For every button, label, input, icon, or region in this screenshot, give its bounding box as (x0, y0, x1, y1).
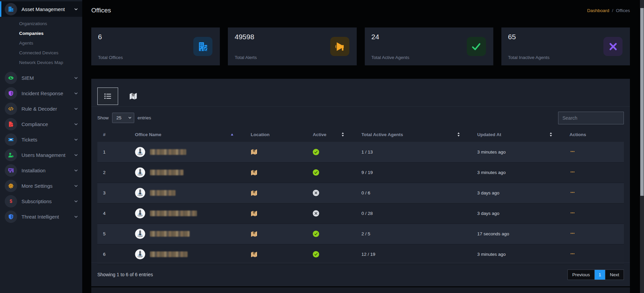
sidebar-item-label: More Settings (21, 183, 69, 189)
row-actions-button[interactable] (569, 251, 576, 257)
sidebar-item-installation[interactable]: Installation (0, 163, 82, 178)
sidebar-item-label: Threat Intelligent (21, 214, 69, 220)
row-actions-button[interactable] (569, 210, 576, 216)
column-header-office-name[interactable]: Office Name (129, 129, 245, 142)
sidebar-item-label: Compliance (21, 121, 69, 127)
sidebar-subitem-organizations[interactable]: Organizations (19, 19, 82, 28)
updated-at: 3 minutes ago (472, 142, 564, 162)
page-1-button[interactable]: 1 (595, 270, 605, 280)
page-size-select[interactable]: 25 (112, 113, 134, 123)
icon-circle (5, 3, 17, 15)
sort-icon (341, 132, 344, 137)
column-header-active[interactable]: Active (307, 129, 356, 142)
sidebar-item-label: SIEM (21, 75, 69, 81)
sidebar-subitem-connected-devices[interactable]: Connected Devices (19, 48, 82, 58)
shield-icon (8, 214, 14, 220)
stat-icon-box (330, 37, 349, 56)
chevron-down-icon (74, 7, 78, 11)
stat-icon-box (467, 37, 486, 56)
sidebar-subitem-agents[interactable]: Agents (19, 38, 82, 48)
next-page-button[interactable]: Next (605, 270, 624, 280)
map-location-icon[interactable] (251, 169, 307, 176)
column-header-actions[interactable]: Actions (564, 129, 624, 142)
monitor-icon (8, 168, 14, 173)
icon-circle: $ (5, 195, 17, 208)
sidebar-item-threat-intelligent[interactable]: Threat Intelligent (0, 209, 82, 224)
location-cell (245, 142, 307, 162)
office-name-redacted (150, 211, 197, 216)
sidebar-item-incident-response[interactable]: Incident Response (0, 85, 82, 101)
sidebar-item-label: Users Management (21, 152, 69, 158)
row-actions-button[interactable] (569, 169, 576, 175)
active-agents-count: 1 / 13 (356, 142, 472, 162)
row-number: 4 (97, 203, 129, 224)
search-input[interactable] (558, 112, 624, 124)
app-window: Asset ManagementOrganizationsCompaniesAg… (0, 0, 644, 293)
scrollbar-thumb[interactable] (640, 8, 644, 196)
active-check-icon (313, 149, 319, 155)
sidebar-item-users-management[interactable]: Users Management (0, 147, 82, 163)
chevron-down-icon (74, 107, 78, 111)
sidebar-item-rule-decoder[interactable]: Rule & Decoder (0, 101, 82, 116)
icon-circle (5, 133, 17, 146)
sidebar-item-label: Asset Management (21, 6, 69, 12)
office-name-redacted (150, 149, 186, 155)
location-cell (245, 162, 307, 183)
chevron-down-icon (74, 215, 78, 219)
updated-at: 3 days ago (472, 203, 564, 224)
svg-text:COMPANY: COMPANY (138, 174, 143, 176)
map-location-icon[interactable] (251, 231, 307, 237)
row-actions-button[interactable] (569, 149, 576, 155)
sidebar-item-siem[interactable]: SIEM (0, 70, 82, 85)
sidebar-subitem-companies[interactable]: Companies (19, 28, 82, 38)
svg-text:COMPANY: COMPANY (138, 256, 143, 257)
map-view-button[interactable] (123, 87, 144, 105)
office-name-cell: COMPANY (129, 203, 245, 224)
user-gear-icon (8, 152, 14, 158)
row-actions-button[interactable] (569, 189, 576, 195)
stat-label: Total Inactive Agents (508, 55, 550, 60)
sidebar-item-subscriptions[interactable]: $Subscriptions (0, 193, 82, 209)
column-header-updated-at[interactable]: Updated At (472, 129, 564, 142)
actions-cell (564, 183, 624, 203)
active-status-cell (307, 203, 356, 224)
row-number: 5 (97, 224, 129, 244)
file-shield-icon (8, 121, 14, 127)
sidebar-item-tickets[interactable]: Tickets (0, 132, 82, 147)
scrollbar-track[interactable] (640, 0, 644, 293)
sidebar-item-asset-management[interactable]: Asset Management (0, 1, 82, 17)
actions-cell (564, 224, 624, 244)
sidebar: Asset ManagementOrganizationsCompaniesAg… (0, 0, 82, 293)
map-location-icon[interactable] (251, 149, 307, 155)
stats-row: 6Total Offices49598Total Alerts24Total A… (91, 27, 630, 65)
location-cell (245, 224, 307, 244)
column-header-[interactable]: # (97, 129, 129, 142)
row-number: 2 (97, 162, 129, 183)
row-actions-button[interactable] (569, 230, 576, 236)
stat-card-total-alerts: 49598Total Alerts (228, 27, 356, 65)
company-logo-avatar: COMPANY (135, 147, 145, 157)
list-view-button[interactable] (97, 87, 118, 105)
sidebar-subitem-network-devices-map[interactable]: Network Devices Map (19, 58, 82, 67)
active-check-icon (313, 231, 319, 237)
active-check-icon (313, 251, 319, 257)
chevron-down-icon (74, 122, 78, 126)
column-header-total-active-agents[interactable]: Total Active Agents (356, 129, 472, 142)
sidebar-item-compliance[interactable]: Compliance (0, 116, 82, 132)
icon-circle (5, 87, 17, 100)
megaphone-icon (335, 42, 345, 52)
previous-page-button[interactable]: Previous (568, 270, 595, 280)
active-agents-count: 0 / 6 (356, 183, 472, 203)
map-location-icon[interactable] (251, 190, 307, 196)
svg-text:COMPANY: COMPANY (138, 195, 143, 196)
map-location-icon[interactable] (251, 251, 307, 258)
asset-management-submenu: OrganizationsCompaniesAgentsConnected De… (0, 17, 82, 70)
sidebar-item-more-settings[interactable]: More Settings (0, 178, 82, 193)
column-header-location[interactable]: Location (245, 129, 307, 142)
ticket-icon (8, 137, 14, 142)
breadcrumb-dashboard-link[interactable]: Dashboard (587, 8, 609, 13)
stat-icon-box (603, 37, 623, 56)
map-location-icon[interactable] (251, 210, 307, 217)
table-row-6: 6COMPANY12 / 193 minutes ago (97, 244, 624, 265)
active-check-icon (313, 169, 319, 176)
